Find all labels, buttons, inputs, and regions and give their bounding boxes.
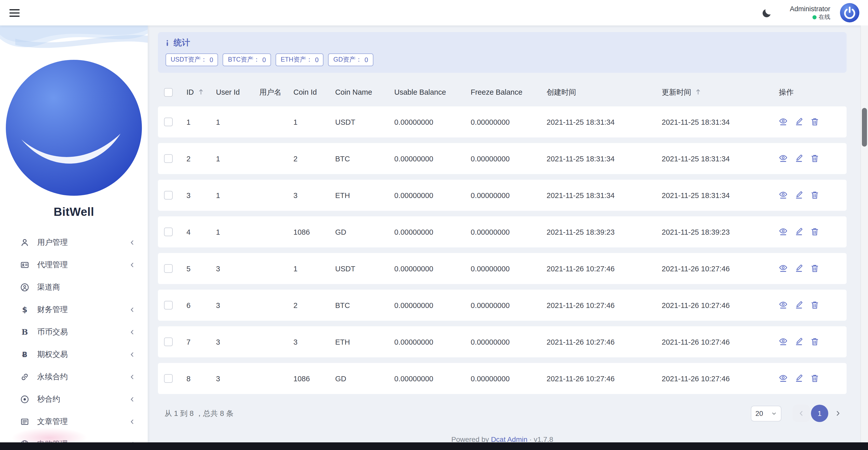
cell-coin_id: 1086 [289, 363, 331, 394]
sidebar-item-channel-dealer[interactable]: 渠道商 [0, 276, 148, 298]
view-eye-icon[interactable] [779, 374, 787, 383]
column-label: Coin Id [293, 88, 317, 96]
hamburger-menu-icon[interactable] [9, 8, 20, 17]
cell-updated_at: 2021-11-26 10:27:46 [658, 363, 775, 394]
cell-coin_id: 1 [289, 106, 331, 137]
view-eye-icon[interactable] [779, 264, 787, 274]
column-header-coin_id: Coin Id [289, 84, 331, 101]
column-label: Freeze Balance [471, 88, 522, 96]
avatar[interactable] [839, 3, 860, 23]
prev-page-button[interactable] [793, 405, 810, 422]
column-label: 用户名 [259, 88, 281, 96]
row-checkbox[interactable] [164, 375, 173, 383]
sidebar: BitWell 用户管理 代理管理 渠道商 $ 财务管理 B 币币交易 Ƀ 期权… [0, 26, 148, 450]
edit-pencil-icon[interactable] [795, 337, 803, 347]
delete-trash-icon[interactable] [810, 264, 819, 274]
cell-freeze_balance: 0.00000000 [467, 253, 542, 284]
delete-trash-icon[interactable] [810, 374, 819, 383]
cell-created_at: 2021-11-26 10:27:46 [542, 290, 658, 321]
row-checkbox[interactable] [164, 228, 173, 236]
sidebar-item-option-trade[interactable]: Ƀ 期权交易 [0, 343, 148, 365]
edit-pencil-icon[interactable] [795, 117, 803, 127]
delete-trash-icon[interactable] [810, 227, 819, 237]
cell-created_at: 2021-11-25 18:39:23 [542, 216, 658, 247]
scrollbar-thumb[interactable] [862, 108, 867, 147]
sidebar-item-finance-management[interactable]: $ 财务管理 [0, 298, 148, 321]
view-eye-icon[interactable] [779, 154, 787, 163]
user-status: 在线 [790, 13, 830, 21]
cell-coin_id: 2 [289, 143, 331, 174]
coin-b-icon: B [20, 328, 29, 336]
current-page-button[interactable]: 1 [811, 405, 828, 422]
delete-trash-icon[interactable] [810, 300, 819, 310]
table-row: 411086GD0.000000000.000000002021-11-25 1… [158, 216, 847, 247]
next-page-button[interactable] [829, 405, 847, 422]
page-size-select[interactable]: 20 [751, 406, 781, 421]
delete-trash-icon[interactable] [810, 337, 819, 347]
stats-badges: USDT资产： 0 BTC资产： 0 ETH资产： 0 GD资产： 0 [165, 54, 839, 66]
sort-asc-icon[interactable] [198, 89, 204, 95]
cell-created_at: 2021-11-25 18:31:34 [542, 180, 658, 211]
edit-pencil-icon[interactable] [795, 227, 803, 237]
delete-trash-icon[interactable] [810, 190, 819, 200]
online-status-dot [812, 15, 816, 19]
view-eye-icon[interactable] [779, 117, 787, 127]
row-checkbox[interactable] [164, 155, 173, 163]
row-checkbox[interactable] [164, 338, 173, 346]
view-eye-icon[interactable] [779, 337, 787, 347]
cell-created_at: 2021-11-25 18:31:34 [542, 106, 658, 137]
stat-badge-value: 0 [365, 56, 368, 63]
cell-id: 6 [182, 290, 212, 321]
cell-coin_name: ETH [331, 180, 390, 211]
column-header-usable_balance: Usable Balance [390, 84, 467, 101]
select-all-checkbox[interactable] [164, 88, 173, 97]
row-checkbox[interactable] [164, 118, 173, 127]
edit-pencil-icon[interactable] [795, 190, 803, 200]
cell-id: 1 [182, 106, 212, 137]
cell-user_id: 3 [212, 326, 255, 357]
cell-username [255, 216, 289, 247]
user-menu[interactable]: Administrator 在线 [790, 5, 830, 21]
edit-pencil-icon[interactable] [795, 264, 803, 274]
stats-title-row: 统计 [165, 38, 839, 49]
stat-badge-value: 0 [315, 56, 319, 63]
column-label: ID [186, 88, 194, 96]
id-card-icon [20, 260, 29, 269]
row-checkbox[interactable] [164, 264, 173, 273]
sidebar-item-coin-trade[interactable]: B 币币交易 [0, 321, 148, 343]
sidebar-item-agent-management[interactable]: 代理管理 [0, 254, 148, 276]
view-eye-icon[interactable] [779, 300, 787, 310]
cell-checkbox [158, 180, 182, 211]
cell-updated_at: 2021-11-25 18:31:34 [658, 143, 775, 174]
svg-text:B: B [21, 328, 28, 336]
column-header-username: 用户名 [255, 84, 289, 101]
sidebar-item-second-contract[interactable]: 秒合约 [0, 388, 148, 410]
cell-actions [775, 180, 847, 211]
table-row: 531USDT0.000000000.000000002021-11-26 10… [158, 253, 847, 284]
edit-pencil-icon[interactable] [795, 154, 803, 163]
column-header-id[interactable]: ID [182, 84, 212, 101]
stat-badge: ETH资产： 0 [276, 54, 324, 66]
cell-coin_id: 3 [289, 180, 331, 211]
cell-username [255, 143, 289, 174]
cell-user_id: 3 [212, 290, 255, 321]
column-header-updated_at[interactable]: 更新时间 [658, 84, 775, 101]
view-eye-icon[interactable] [779, 190, 787, 200]
sidebar-item-perpetual-contract[interactable]: 永续合约 [0, 365, 148, 388]
sort-asc-icon[interactable] [695, 88, 701, 95]
cell-freeze_balance: 0.00000000 [467, 363, 542, 394]
column-label: Usable Balance [394, 88, 446, 96]
delete-trash-icon[interactable] [810, 117, 819, 127]
delete-trash-icon[interactable] [810, 154, 819, 163]
view-eye-icon[interactable] [779, 227, 787, 237]
row-checkbox[interactable] [164, 301, 173, 310]
edit-pencil-icon[interactable] [795, 300, 803, 310]
cell-usable_balance: 0.00000000 [390, 290, 467, 321]
row-checkbox[interactable] [164, 191, 173, 200]
dark-mode-toggle-moon-icon[interactable] [762, 7, 773, 18]
sidebar-menu: 用户管理 代理管理 渠道商 $ 财务管理 B 币币交易 Ƀ 期权交易 永续合约 … [0, 231, 148, 450]
column-header-actions: 操作 [775, 84, 847, 101]
edit-pencil-icon[interactable] [795, 374, 803, 383]
cell-coin_id: 3 [289, 326, 331, 357]
sidebar-item-user-management[interactable]: 用户管理 [0, 231, 148, 254]
